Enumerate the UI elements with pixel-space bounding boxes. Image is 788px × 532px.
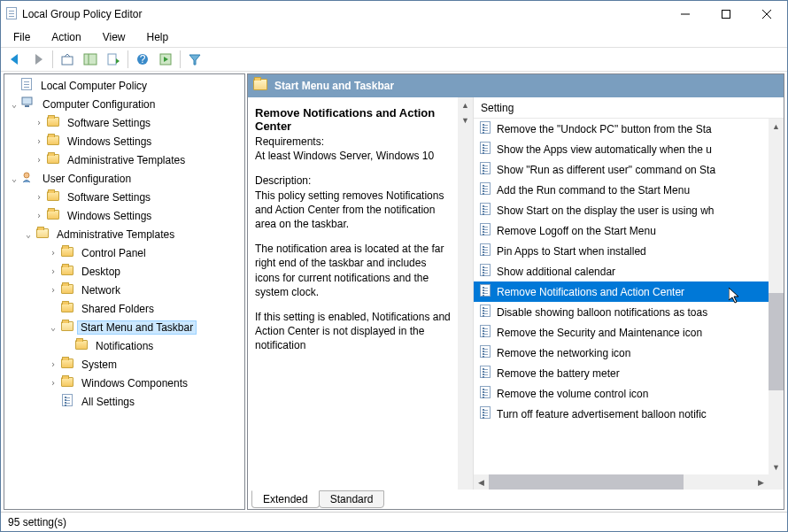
menu-file[interactable]: File	[4, 29, 39, 45]
tree-shared-folders[interactable]: Shared Folders	[4, 299, 244, 318]
list-item[interactable]: Show the Apps view automatically when th…	[474, 139, 784, 159]
scrollbar-thumb[interactable]	[489, 474, 684, 490]
list-item[interactable]: Remove the battery meter	[474, 363, 784, 383]
list-body[interactable]: Remove the "Undock PC" button from the S…	[474, 119, 784, 490]
tree-uc-software[interactable]: ›Software Settings	[4, 188, 244, 206]
collapse-icon[interactable]: ⌄	[8, 173, 20, 183]
close-button[interactable]	[746, 1, 787, 27]
up-button[interactable]	[57, 49, 78, 70]
list-item[interactable]: Show Start on the display the user is us…	[474, 200, 784, 220]
setting-icon	[477, 305, 493, 320]
tree-computer-configuration[interactable]: ⌄Computer Configuration	[4, 95, 244, 113]
tree-notifications[interactable]: Notifications	[4, 336, 244, 355]
tree-control-panel[interactable]: ›Control Panel	[4, 243, 244, 262]
tree-cc-windows[interactable]: ›Windows Settings	[4, 132, 244, 150]
tab-standard[interactable]: Standard	[319, 490, 385, 508]
folder-icon	[45, 135, 61, 148]
title-bar: Local Group Policy Editor	[1, 1, 787, 27]
window-title: Local Group Policy Editor	[22, 8, 665, 20]
toolbar-separator	[127, 50, 128, 68]
tree-label: Administrative Templates	[63, 152, 189, 168]
settings-icon	[59, 394, 75, 409]
expand-icon[interactable]: ›	[47, 285, 59, 295]
collapse-icon[interactable]: ⌄	[22, 229, 35, 239]
collapse-icon[interactable]: ⌄	[47, 322, 59, 332]
scroll-up-icon[interactable]: ▲	[458, 97, 473, 112]
setting-icon	[477, 366, 493, 381]
list-item[interactable]: Remove the networking icon	[474, 343, 784, 363]
list-item[interactable]: Remove the Security and Maintenance icon	[474, 322, 784, 343]
expand-icon[interactable]: ›	[33, 211, 45, 220]
list-item[interactable]: Remove Notifications and Action Center	[474, 281, 784, 302]
scroll-up-icon[interactable]: ▲	[769, 119, 784, 134]
tree-label: Start Menu and Taskbar	[77, 320, 197, 335]
list-item[interactable]: Remove Logoff on the Start Menu	[474, 220, 784, 241]
menu-help[interactable]: Help	[138, 29, 178, 45]
export-button[interactable]	[103, 49, 124, 70]
vertical-scrollbar[interactable]: ▲ ▼	[769, 119, 784, 474]
list-column-header[interactable]: Setting	[474, 97, 784, 119]
setting-icon	[477, 406, 493, 421]
tree-network[interactable]: ›Network	[4, 281, 244, 299]
tree-label: Computer Configuration	[38, 96, 159, 112]
expand-icon[interactable]: ›	[33, 192, 45, 202]
tree-label: Local Computer Policy	[36, 78, 151, 94]
expand-icon[interactable]: ›	[47, 248, 59, 258]
tree-desktop[interactable]: ›Desktop	[4, 262, 244, 281]
tree-label: Desktop	[77, 264, 125, 280]
list-item[interactable]: Show "Run as different user" command on …	[474, 159, 784, 180]
scroll-down-icon[interactable]: ▼	[458, 112, 473, 127]
list-item[interactable]: Disable showing balloon notifications as…	[474, 302, 784, 322]
forward-button[interactable]	[27, 49, 49, 70]
tree-windows-components[interactable]: ›Windows Components	[4, 374, 244, 392]
list-item[interactable]: Pin Apps to Start when installed	[474, 241, 784, 261]
maximize-button[interactable]	[706, 1, 746, 27]
tree-system[interactable]: ›System	[4, 355, 244, 374]
tab-extended[interactable]: Extended	[251, 490, 320, 508]
content-body: Remove Notifications and Action Center R…	[248, 97, 784, 490]
tree-label: Windows Settings	[63, 208, 156, 224]
tree-user-configuration[interactable]: ⌄User Configuration	[4, 169, 244, 188]
scroll-down-icon[interactable]: ▼	[769, 459, 784, 474]
menu-view[interactable]: View	[94, 29, 135, 45]
horizontal-scrollbar[interactable]: ◀ ▶	[474, 474, 769, 490]
tree-uc-windows[interactable]: ›Windows Settings	[4, 206, 244, 225]
expand-icon[interactable]: ›	[33, 155, 45, 165]
back-button[interactable]	[4, 49, 26, 70]
description-scrollbar[interactable]: ▲ ▼	[458, 97, 473, 490]
tree-all-settings[interactable]: All Settings	[4, 392, 244, 411]
scroll-right-icon[interactable]: ▶	[753, 474, 769, 490]
list-item[interactable]: Turn off feature advertisement balloon n…	[474, 404, 784, 424]
folder-icon	[59, 303, 75, 315]
minimize-button[interactable]	[665, 1, 706, 27]
list-item[interactable]: Show additional calendar	[474, 261, 784, 281]
scrollbar-thumb[interactable]	[769, 293, 784, 390]
tree-root[interactable]: Local Computer Policy	[4, 76, 244, 95]
list-item[interactable]: Add the Run command to the Start Menu	[474, 180, 784, 200]
expand-icon[interactable]: ›	[33, 118, 45, 127]
expand-icon[interactable]: ›	[47, 359, 59, 369]
requirements-label: Requirements:	[255, 135, 324, 148]
collapse-icon[interactable]: ⌄	[8, 99, 20, 109]
tree-cc-templates[interactable]: ›Administrative Templates	[4, 150, 244, 169]
user-icon	[20, 171, 36, 186]
expand-icon[interactable]: ›	[47, 378, 59, 388]
setting-icon	[477, 182, 493, 197]
tree-uc-templates[interactable]: ⌄Administrative Templates	[4, 225, 244, 243]
filter-button[interactable]	[184, 49, 205, 70]
list-item[interactable]: Remove the volume control icon	[474, 383, 784, 404]
tree-pane[interactable]: Local Computer Policy ⌄Computer Configur…	[4, 73, 245, 510]
scroll-left-icon[interactable]: ◀	[474, 474, 489, 490]
content-header: Start Menu and Taskbar	[248, 74, 784, 97]
properties-button[interactable]	[155, 49, 176, 70]
help-button[interactable]: ?	[132, 49, 153, 70]
tree-cc-software[interactable]: ›Software Settings	[4, 113, 244, 132]
menu-action[interactable]: Action	[42, 29, 89, 45]
column-label: Setting	[481, 102, 514, 114]
list-item[interactable]: Remove the "Undock PC" button from the S…	[474, 119, 784, 139]
expand-icon[interactable]: ›	[47, 266, 59, 276]
tree-start-menu-taskbar[interactable]: ⌄Start Menu and Taskbar	[4, 318, 244, 336]
show-hide-tree-button[interactable]	[80, 49, 101, 70]
expand-icon[interactable]: ›	[33, 136, 45, 146]
computer-icon	[20, 96, 36, 112]
